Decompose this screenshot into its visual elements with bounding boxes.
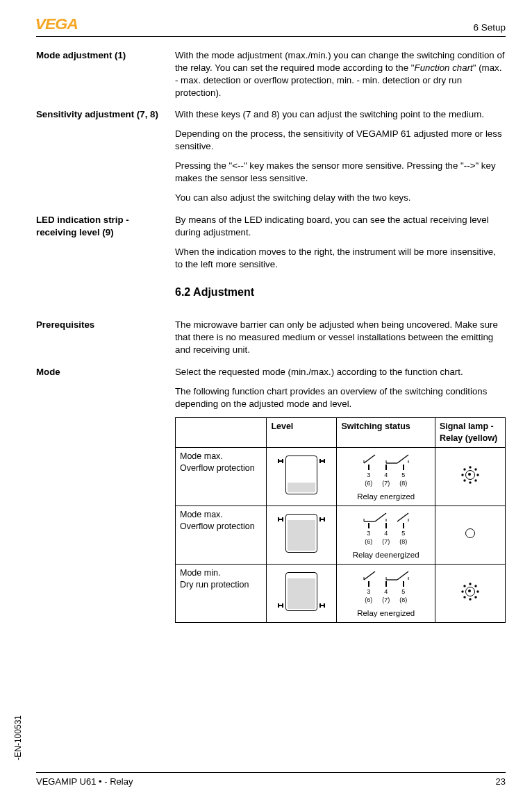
page-header: VEGA 6 Setup xyxy=(36,14,506,37)
table-row: Mode min.Dry run protection3(6)4(7)5(8)R… xyxy=(176,565,506,623)
footer-page-number: 23 xyxy=(496,776,506,788)
section-prerequisites: Prerequisites The microwave barrier can … xyxy=(36,319,506,356)
th-signal: Signal lamp - Relay (yellow) xyxy=(435,418,505,448)
svg-line-7 xyxy=(375,513,386,521)
cell-switching: 3(6)4(7)5(8)Relay energized xyxy=(337,447,435,506)
cell-lamp xyxy=(435,565,505,623)
cell-level-diagram xyxy=(267,447,337,506)
cell-switching: 3(6)4(7)5(8)Relay deenergized xyxy=(337,506,435,564)
section: Mode adjustment (1)With the mode adjustm… xyxy=(36,49,506,99)
paragraph: You can also adjust the switching delay … xyxy=(175,192,506,204)
section-label: Prerequisites xyxy=(36,319,175,356)
svg-line-8 xyxy=(397,513,408,521)
paragraph: When the indication moves to the right, … xyxy=(175,246,506,271)
page-footer: VEGAMIP U61 • - Relay 23 xyxy=(36,772,506,788)
svg-line-14 xyxy=(397,571,408,580)
paragraph: Select the requested mode (min./max.) ac… xyxy=(175,366,506,378)
cell-mode: Mode min.Dry run protection xyxy=(176,565,267,623)
footer-left: VEGAMIP U61 • - Relay xyxy=(36,776,133,788)
function-chart-table: Level Switching status Signal lamp - Rel… xyxy=(175,417,506,623)
lamp-on-icon xyxy=(465,470,475,480)
cell-level-diagram xyxy=(267,565,337,623)
th-switching: Switching status xyxy=(337,418,435,448)
table-row: Mode max.Overflow protection3(6)4(7)5(8)… xyxy=(176,506,506,564)
paragraph: With these keys (7 and 8) you can adjust… xyxy=(175,108,506,121)
paragraph: With the mode adjustment (max./min.) you… xyxy=(175,49,506,99)
section: LED indication strip - receiving level (… xyxy=(36,214,506,271)
cell-switching: 3(6)4(7)5(8)Relay energized xyxy=(337,565,435,623)
chapter-label: 6 Setup xyxy=(473,22,506,34)
paragraph: Pressing the "<--" key makes the sensor … xyxy=(175,160,506,185)
cell-level-diagram xyxy=(267,506,337,564)
heading-6-2: 6.2 Adjustment xyxy=(175,285,506,300)
table-header-row: Level Switching status Signal lamp - Rel… xyxy=(176,418,506,448)
cell-mode: Mode max.Overflow protection xyxy=(176,506,267,564)
svg-line-2 xyxy=(397,455,408,463)
paragraph: By means of the LED indicating board, yo… xyxy=(175,214,506,239)
svg-line-12 xyxy=(364,571,375,580)
paragraph: Depending on the process, the sensitivit… xyxy=(175,128,506,153)
section-label: Mode adjustment (1) xyxy=(36,49,175,99)
svg-line-0 xyxy=(364,455,375,463)
lamp-off-icon xyxy=(465,528,475,538)
section-label: Mode xyxy=(36,366,175,623)
th-level: Level xyxy=(267,418,337,448)
paragraph: The following function chart provides an… xyxy=(175,385,506,410)
section: Sensitivity adjustment (7, 8)With these … xyxy=(36,108,506,204)
th-blank xyxy=(176,418,267,448)
section-label: LED indication strip - receiving level (… xyxy=(36,214,175,271)
paragraph: The microwave barrier can only be adjust… xyxy=(175,319,506,356)
vega-logo: VEGA xyxy=(35,14,78,35)
section-mode: Mode Select the requested mode (min./max… xyxy=(36,366,506,623)
lamp-on-icon xyxy=(465,587,475,596)
section-label: Sensitivity adjustment (7, 8) xyxy=(36,108,175,204)
cell-lamp xyxy=(435,506,505,564)
table-row: Mode max.Overflow protection3(6)4(7)5(8)… xyxy=(176,447,506,506)
doc-code-vertical: -EN-100531 xyxy=(13,715,24,760)
cell-lamp xyxy=(435,447,505,506)
cell-mode: Mode max.Overflow protection xyxy=(176,447,267,506)
